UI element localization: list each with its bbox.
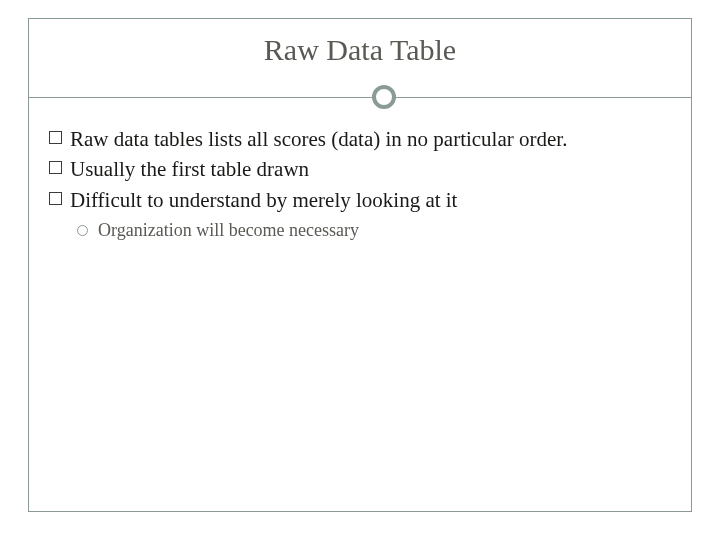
title-divider [29,85,691,111]
circle-bullet-icon [77,225,88,236]
sub-bullet-item: Organization will become necessary [77,220,671,241]
sub-bullet-text: Organization will become necessary [98,220,359,241]
bullet-item: Raw data tables lists all scores (data) … [49,125,671,153]
square-bullet-icon [49,131,62,144]
bullet-text: Difficult to understand by merely lookin… [70,186,457,214]
slide: Raw Data Table Raw data tables lists all… [0,0,720,540]
divider-line [29,97,691,98]
divider-circle-icon [372,85,396,109]
bullet-item: Usually the first table drawn [49,155,671,183]
slide-content: Raw data tables lists all scores (data) … [29,111,691,251]
square-bullet-icon [49,161,62,174]
bullet-text: Raw data tables lists all scores (data) … [70,125,567,153]
slide-title: Raw Data Table [29,19,691,85]
bullet-text: Usually the first table drawn [70,155,309,183]
slide-frame: Raw Data Table Raw data tables lists all… [28,18,692,512]
square-bullet-icon [49,192,62,205]
bullet-item: Difficult to understand by merely lookin… [49,186,671,214]
